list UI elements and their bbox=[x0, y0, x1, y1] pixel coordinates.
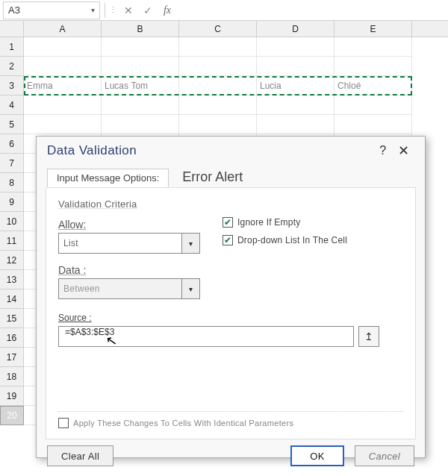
range-picker-icon[interactable]: ↥ bbox=[358, 326, 379, 347]
source-input[interactable]: =$A$3:$E$3 bbox=[58, 326, 354, 347]
col-header-C[interactable]: C bbox=[179, 21, 257, 37]
cell[interactable] bbox=[24, 115, 102, 134]
apply-changes-label: Apply These Changes To Cells With Identi… bbox=[73, 419, 293, 428]
row-header-1[interactable]: 1 bbox=[0, 37, 24, 57]
col-header-B[interactable]: B bbox=[102, 21, 179, 37]
vertical-dots-icon[interactable]: ⋮ bbox=[107, 5, 119, 15]
close-icon[interactable]: ✕ bbox=[393, 143, 414, 159]
row-2: 2 bbox=[0, 57, 448, 76]
row-header-19[interactable]: 19 bbox=[0, 386, 24, 406]
cell[interactable] bbox=[335, 115, 412, 134]
row-header-10[interactable]: 10 bbox=[0, 212, 24, 231]
cancel-entry-icon[interactable]: ✕ bbox=[119, 2, 138, 19]
cell[interactable] bbox=[257, 95, 335, 115]
row-header-11[interactable]: 11 bbox=[0, 231, 24, 251]
allow-select[interactable]: List ▾ bbox=[58, 233, 200, 254]
cell[interactable] bbox=[257, 115, 335, 134]
col-header-E[interactable]: E bbox=[335, 21, 412, 37]
row-header-8[interactable]: 8 bbox=[0, 173, 24, 192]
cell[interactable] bbox=[335, 37, 412, 57]
cell-A3[interactable]: Emma bbox=[24, 76, 102, 95]
cell[interactable] bbox=[102, 115, 179, 134]
name-box[interactable]: A3 ▾ bbox=[3, 1, 100, 19]
row-header-13[interactable]: 13 bbox=[0, 270, 24, 289]
cell-C3[interactable] bbox=[179, 76, 257, 95]
cell[interactable] bbox=[335, 95, 412, 115]
cell[interactable] bbox=[179, 115, 257, 134]
ok-button[interactable]: OK bbox=[290, 445, 343, 466]
divider bbox=[105, 3, 105, 18]
chevron-down-icon: ▾ bbox=[181, 279, 199, 298]
cell-D3[interactable]: Lucia bbox=[257, 76, 335, 95]
checkbox-unchecked-icon[interactable]: ✔ bbox=[58, 418, 69, 428]
data-validation-dialog: Data Validation ? ✕ Input Message Option… bbox=[36, 136, 426, 458]
row-1: 1 bbox=[0, 37, 448, 57]
dialog-button-row: Clear All OK Cancel bbox=[37, 439, 425, 472]
cell-value: Lucas bbox=[105, 81, 128, 91]
row-header-5[interactable]: 5 bbox=[0, 115, 24, 134]
col-header-D[interactable]: D bbox=[257, 21, 335, 37]
formula-bar: A3 ▾ ⋮ ✕ ✓ fx bbox=[0, 0, 448, 21]
validation-criteria-label: Validation Criteria bbox=[58, 198, 403, 210]
cell-value: Tom bbox=[131, 81, 148, 91]
name-box-dropdown-icon[interactable]: ▾ bbox=[91, 6, 95, 14]
dialog-title-text: Data Validation bbox=[47, 143, 137, 158]
formula-input[interactable] bbox=[177, 2, 448, 19]
tab-settings[interactable]: Input Message Options: bbox=[47, 169, 169, 187]
cell[interactable] bbox=[179, 57, 257, 76]
row-header-4[interactable]: 4 bbox=[0, 95, 24, 115]
row-header-14[interactable]: 14 bbox=[0, 289, 24, 309]
row-4: 4 bbox=[0, 95, 448, 115]
row-header-2[interactable]: 2 bbox=[0, 57, 24, 76]
data-label: Data : bbox=[58, 264, 208, 276]
source-label: Source : bbox=[58, 313, 403, 323]
column-headers: A B C D E bbox=[0, 21, 448, 37]
checkbox-label: Ignore If Empty bbox=[237, 217, 300, 228]
row-header-3[interactable]: 3 bbox=[0, 76, 24, 95]
cell[interactable] bbox=[335, 57, 412, 76]
cell[interactable] bbox=[24, 57, 102, 76]
dialog-titlebar[interactable]: Data Validation ? ✕ bbox=[37, 137, 425, 165]
cell[interactable] bbox=[102, 95, 179, 115]
cell[interactable] bbox=[179, 95, 257, 115]
checkbox-checked-icon: ✔ bbox=[223, 217, 233, 228]
dialog-panel: Validation Criteria Allow: List ▾ Data :… bbox=[46, 187, 416, 439]
dialog-tabs: Input Message Options: Error Alert bbox=[37, 165, 425, 187]
row-header-15[interactable]: 15 bbox=[0, 309, 24, 328]
tab-error-alert[interactable]: Error Alert bbox=[173, 166, 252, 187]
row-header-7[interactable]: 7 bbox=[0, 154, 24, 173]
row-header-6[interactable]: 6 bbox=[0, 134, 24, 154]
cell[interactable] bbox=[257, 57, 335, 76]
cell-E3[interactable]: Chloé bbox=[335, 76, 412, 95]
cell[interactable] bbox=[102, 57, 179, 76]
fx-icon[interactable]: fx bbox=[158, 2, 177, 19]
name-box-value: A3 bbox=[8, 4, 20, 16]
cell[interactable] bbox=[24, 95, 102, 115]
cell[interactable] bbox=[179, 37, 257, 57]
row-header-12[interactable]: 12 bbox=[0, 251, 24, 270]
checkbox-label: Drop-down List In The Cell bbox=[237, 235, 347, 245]
allow-value: List bbox=[63, 238, 78, 248]
clear-all-button[interactable]: Clear All bbox=[47, 445, 113, 466]
cell[interactable] bbox=[257, 37, 335, 57]
row-header-16[interactable]: 16 bbox=[0, 328, 24, 348]
select-all-corner[interactable] bbox=[0, 21, 24, 37]
data-value: Between bbox=[63, 284, 100, 294]
cancel-button[interactable]: Cancel bbox=[355, 445, 414, 466]
ignore-empty-checkbox[interactable]: ✔ Ignore If Empty bbox=[223, 217, 347, 228]
row-header-18[interactable]: 18 bbox=[0, 367, 24, 386]
cell[interactable] bbox=[24, 37, 102, 57]
row-5: 5 bbox=[0, 115, 448, 134]
row-header-17[interactable]: 17 bbox=[0, 348, 24, 367]
help-icon[interactable]: ? bbox=[373, 144, 393, 157]
data-select: Between ▾ bbox=[58, 278, 200, 299]
dropdown-in-cell-checkbox[interactable]: ✔ Drop-down List In The Cell bbox=[223, 235, 347, 245]
confirm-entry-icon[interactable]: ✓ bbox=[138, 2, 158, 19]
chevron-down-icon[interactable]: ▾ bbox=[181, 234, 199, 253]
checkbox-checked-icon: ✔ bbox=[223, 235, 233, 245]
col-header-A[interactable]: A bbox=[24, 21, 102, 37]
cell-B3[interactable]: Lucas Tom bbox=[102, 76, 179, 95]
row-header-20[interactable]: 20 bbox=[0, 406, 24, 425]
cell[interactable] bbox=[102, 37, 179, 57]
row-header-9[interactable]: 9 bbox=[0, 192, 24, 212]
